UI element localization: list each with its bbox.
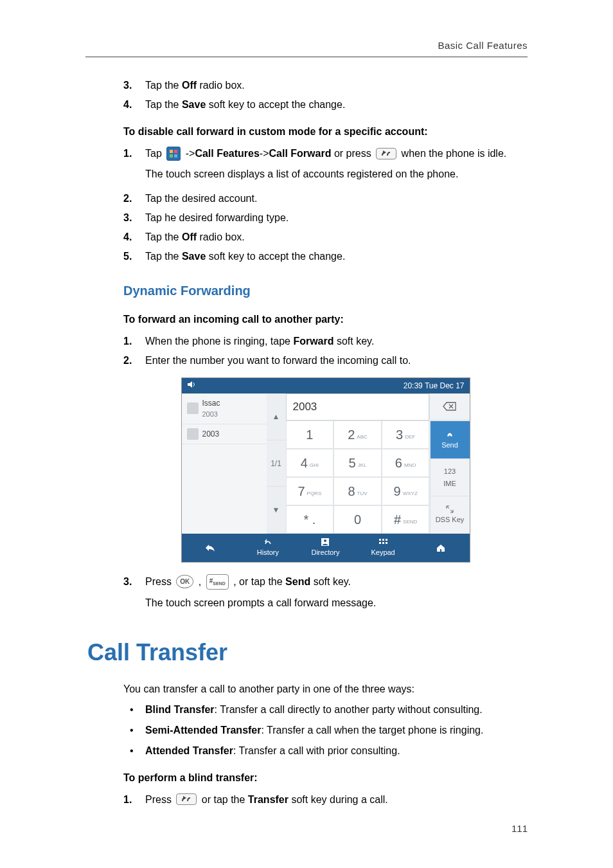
ime-button[interactable]: 123IME	[430, 458, 470, 496]
bullet-icon	[130, 702, 145, 718]
key-7[interactable]: 7PQRS	[286, 477, 334, 505]
dsskey-button[interactable]: DSS Key	[430, 496, 470, 534]
key-4[interactable]: 4GHI	[286, 449, 334, 477]
svg-rect-3	[174, 154, 177, 158]
svg-rect-10	[382, 542, 384, 544]
home-button[interactable]	[412, 534, 470, 562]
step-number: 1.	[123, 334, 145, 349]
subheading: To disable call forward in custom mode f…	[123, 124, 528, 140]
subheading: To forward an incoming call to another p…	[123, 312, 528, 327]
forward-key-icon	[376, 148, 396, 159]
page-indicator: 1/1	[267, 440, 286, 487]
svg-rect-2	[170, 154, 173, 158]
key-9[interactable]: 9WXYZ	[382, 477, 430, 505]
step-text: Tap the Off radio box.	[145, 230, 528, 245]
speaker-icon	[187, 380, 196, 392]
hash-send-key-icon: #SEND	[206, 574, 229, 590]
phone-screenshot: 20:39 Tue Dec 17 Issac 2003 2003	[181, 377, 470, 563]
avatar-icon	[187, 428, 199, 440]
bullet-text: Semi-Attended Transfer: Transfer a call …	[145, 723, 483, 738]
send-button[interactable]: Send	[430, 420, 470, 458]
key-5[interactable]: 5JKL	[333, 449, 382, 477]
step-text: Enter the number you want to forward the…	[145, 353, 528, 368]
intro-text: You can transfer a call to another party…	[123, 682, 528, 697]
svg-rect-8	[386, 539, 387, 541]
subheading: To perform a blind transfer:	[123, 770, 528, 786]
step-number: 3.	[123, 210, 145, 226]
step-text: Press OK , #SEND , or tap the Send soft …	[145, 574, 528, 616]
ok-key-icon: OK	[176, 575, 193, 588]
step-text: When the phone is ringing, tape Forward …	[145, 334, 528, 349]
step-note: The touch screen displays a list of acco…	[145, 167, 528, 182]
step-number: 4.	[123, 97, 145, 113]
account-item[interactable]: 2003	[182, 424, 267, 444]
svg-point-5	[324, 539, 326, 542]
key-6[interactable]: 6MNO	[382, 449, 430, 477]
svg-rect-11	[386, 542, 387, 544]
bullet-icon	[130, 743, 145, 759]
step-number: 2.	[123, 353, 145, 368]
directory-button[interactable]: Directory	[297, 534, 355, 562]
key-hash[interactable]: #SEND	[382, 505, 430, 534]
account-ext: 2003	[202, 409, 220, 420]
svg-rect-1	[174, 150, 177, 153]
step-text: Tap the desired account.	[145, 191, 528, 206]
svg-rect-7	[382, 539, 384, 541]
step-number: 1.	[123, 146, 145, 187]
running-header: Basic Call Features	[438, 39, 528, 53]
section-heading: Dynamic Forwarding	[123, 281, 528, 300]
key-8[interactable]: 8TUV	[333, 477, 382, 505]
svg-rect-6	[379, 539, 381, 541]
back-button[interactable]	[182, 534, 240, 562]
step-number: 2.	[123, 191, 145, 206]
page-number: 111	[511, 822, 528, 836]
account-name: Issac	[202, 397, 220, 409]
keypad-button[interactable]: Keypad	[354, 534, 412, 562]
step-note: The touch screen prompts a call forward …	[145, 595, 528, 611]
key-star[interactable]: * .	[286, 505, 334, 534]
scroll-up-button[interactable]: ▲	[267, 393, 286, 440]
step-text: Tap the Off radio box.	[145, 78, 528, 93]
transfer-key-icon	[176, 793, 197, 805]
step-number: 3.	[123, 574, 145, 616]
key-0[interactable]: 0	[333, 505, 382, 534]
step-number: 4.	[123, 230, 145, 245]
dial-input[interactable]: 2003	[286, 393, 429, 420]
bullet-text: Attended Transfer: Transfer a call with …	[145, 743, 400, 759]
apps-icon	[166, 147, 181, 161]
step-number: 5.	[123, 249, 145, 264]
svg-rect-0	[170, 150, 173, 153]
key-2[interactable]: 2ABC	[333, 420, 382, 449]
key-1[interactable]: 1	[286, 420, 334, 449]
scroll-down-button[interactable]: ▼	[267, 487, 286, 534]
bullet-icon	[130, 723, 145, 738]
status-time: 20:39 Tue Dec 17	[404, 380, 465, 392]
step-text: Tap the Save soft key to accept the chan…	[145, 249, 528, 264]
step-text: Press or tap the Transfer soft key durin…	[145, 792, 528, 808]
svg-rect-9	[379, 542, 381, 544]
account-ext: 2003	[202, 428, 220, 440]
step-text: Tap ->Call Features->Call Forward or pre…	[145, 146, 528, 187]
avatar-icon	[187, 402, 199, 414]
step-number: 3.	[123, 78, 145, 93]
history-button[interactable]: History	[239, 534, 297, 562]
chapter-heading: Call Transfer	[87, 635, 528, 670]
header-rule	[85, 57, 528, 57]
key-3[interactable]: 3DEF	[382, 420, 430, 449]
backspace-button[interactable]	[429, 393, 470, 419]
account-item[interactable]: Issac 2003	[182, 393, 267, 424]
step-number: 1.	[123, 792, 145, 808]
step-text: Tap he desired forwarding type.	[145, 210, 528, 226]
bullet-text: Blind Transfer: Transfer a call directly…	[145, 702, 483, 718]
step-text: Tap the Save soft key to accept the chan…	[145, 97, 528, 113]
